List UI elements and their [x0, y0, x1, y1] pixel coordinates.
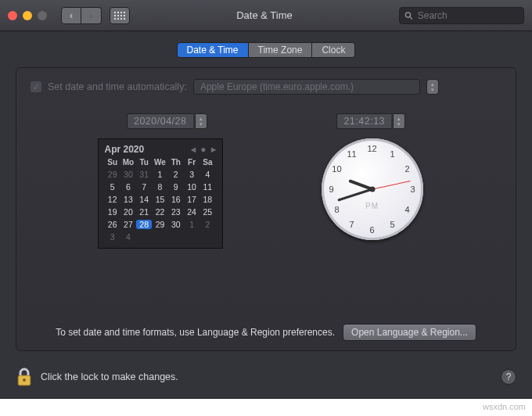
calendar-nav: ◂ ● ▸	[191, 144, 215, 155]
calendar-day[interactable]: 25	[200, 207, 215, 217]
time-field-wrap: 21:42:13 ▴ ▾	[336, 113, 405, 129]
calendar-day[interactable]: 20	[120, 207, 136, 217]
lock-icon[interactable]	[16, 367, 33, 387]
chevron-up-icon: ▴	[200, 116, 203, 121]
chevron-down-icon: ▾	[397, 121, 401, 127]
calendar-day[interactable]: 24	[184, 207, 200, 217]
chevron-up-icon: ▴	[397, 116, 401, 121]
forward-button[interactable]: ›	[81, 7, 102, 24]
calendar-day[interactable]: 5	[105, 182, 120, 192]
zoom-window-button[interactable]	[38, 11, 47, 20]
calendar-day[interactable]: 30	[120, 170, 136, 179]
calendar[interactable]: Apr 2020 ◂ ● ▸ SuMoTuWeThFrSa29303112345…	[98, 138, 223, 249]
window-controls	[8, 11, 47, 20]
tab-clock[interactable]: Clock	[312, 42, 355, 58]
svg-point-3	[23, 378, 26, 382]
calendar-day[interactable]: 26	[105, 220, 120, 229]
preferences-window: ‹ › Date & Time Date & Time Time Zone Cl…	[0, 0, 532, 399]
time-stepper[interactable]: ▴ ▾	[393, 113, 405, 129]
calendar-day[interactable]: 4	[120, 232, 136, 242]
calendar-day[interactable]: 27	[120, 220, 136, 229]
calendar-day[interactable]: 4	[200, 170, 215, 179]
auto-set-checkbox[interactable]: ✓	[31, 81, 41, 92]
calendar-day[interactable]: 6	[120, 182, 136, 192]
calendar-day[interactable]: 17	[184, 195, 200, 204]
search-input[interactable]	[416, 9, 519, 22]
date-stepper[interactable]: ▴ ▾	[195, 113, 207, 129]
clock-number: 11	[345, 149, 359, 159]
calendar-day[interactable]: 16	[168, 195, 184, 204]
calendar-day[interactable]: 8	[152, 182, 167, 192]
time-server-value: Apple Europe (time.euro.apple.com.)	[200, 81, 354, 92]
calendar-day[interactable]: 30	[168, 220, 184, 229]
tab-date-and-time[interactable]: Date & Time	[177, 42, 249, 58]
calendar-today-button[interactable]: ●	[200, 144, 206, 155]
date-field[interactable]: 2020/04/28	[127, 113, 193, 129]
calendar-day[interactable]: 18	[200, 195, 215, 204]
calendar-day[interactable]: 14	[136, 195, 152, 204]
calendar-day[interactable]: 2	[168, 170, 184, 179]
clock-number: 3	[406, 185, 420, 194]
calendar-day[interactable]: 3	[184, 170, 200, 179]
time-field[interactable]: 21:42:13	[336, 113, 391, 129]
calendar-prev-button[interactable]: ◂	[191, 144, 196, 155]
calendar-day[interactable]: 15	[152, 195, 167, 204]
tab-bar: Date & Time Time Zone Clock	[0, 42, 532, 58]
calendar-header: Apr 2020 ◂ ● ▸	[105, 144, 216, 155]
calendar-day[interactable]: 29	[105, 170, 120, 179]
calendar-day[interactable]: 11	[200, 182, 215, 192]
formats-row: To set date and time formats, use Langua…	[31, 316, 501, 341]
calendar-dow: Sa	[200, 158, 215, 167]
calendar-day[interactable]: 19	[105, 207, 120, 217]
calendar-day[interactable]: 21	[136, 207, 152, 217]
svg-point-0	[405, 12, 410, 16]
close-window-button[interactable]	[8, 11, 17, 20]
clock-number: 12	[365, 144, 379, 153]
nav-buttons: ‹ ›	[61, 7, 102, 24]
open-language-region-button[interactable]: Open Language & Region...	[343, 324, 476, 341]
tab-time-zone[interactable]: Time Zone	[249, 42, 313, 58]
show-all-button[interactable]	[110, 7, 130, 24]
checkmark-icon: ✓	[33, 82, 40, 92]
calendar-dow: Tu	[136, 158, 152, 167]
calendar-dow: Fr	[184, 158, 200, 167]
calendar-day[interactable]: 9	[168, 182, 184, 192]
date-time-fields: 2020/04/28 ▴ ▾ 21:42:13 ▴ ▾	[62, 113, 470, 129]
calendar-dow: Th	[168, 158, 184, 167]
time-server-stepper[interactable]: ▴ ▾	[426, 79, 439, 95]
calendar-day[interactable]: 10	[184, 182, 200, 192]
calendar-day[interactable]: 29	[152, 220, 167, 229]
clock-center-pin	[369, 187, 375, 192]
calendar-day[interactable]: 23	[168, 207, 184, 217]
calendar-month-label: Apr 2020	[105, 144, 145, 155]
calendar-dow: Mo	[120, 158, 136, 167]
calendar-day[interactable]: 28	[136, 220, 152, 229]
calendar-day[interactable]: 7	[136, 182, 152, 192]
auto-set-row: ✓ Set date and time automatically: Apple…	[31, 79, 501, 95]
content-row: Apr 2020 ◂ ● ▸ SuMoTuWeThFrSa29303112345…	[54, 138, 478, 316]
date-field-wrap: 2020/04/28 ▴ ▾	[127, 113, 207, 129]
calendar-day[interactable]: 12	[105, 195, 120, 204]
auto-set-label: Set date and time automatically:	[48, 81, 187, 92]
analog-clock[interactable]: PM 121234567891011	[322, 138, 423, 240]
window-title: Date & Time	[236, 9, 293, 21]
calendar-day[interactable]: 31	[136, 170, 152, 179]
search-field[interactable]	[399, 7, 524, 24]
calendar-day[interactable]: 2	[200, 220, 215, 229]
calendar-day[interactable]: 1	[152, 170, 167, 179]
chevron-up-icon: ▴	[431, 81, 434, 87]
clock-minute-hand	[337, 188, 372, 202]
calendar-day[interactable]: 13	[120, 195, 136, 204]
settings-panel: ✓ Set date and time automatically: Apple…	[16, 67, 516, 351]
search-icon	[404, 11, 413, 20]
calendar-day[interactable]: 1	[184, 220, 200, 229]
calendar-next-button[interactable]: ▸	[211, 144, 216, 155]
clock-number: 9	[325, 185, 339, 194]
help-button[interactable]: ?	[501, 369, 516, 385]
calendar-day[interactable]: 3	[105, 232, 120, 242]
calendar-day[interactable]: 22	[152, 207, 167, 217]
minimize-window-button[interactable]	[23, 11, 32, 20]
time-server-dropdown[interactable]: Apple Europe (time.euro.apple.com.)	[193, 79, 420, 95]
chevron-right-icon: ›	[90, 10, 93, 21]
back-button[interactable]: ‹	[61, 7, 81, 24]
